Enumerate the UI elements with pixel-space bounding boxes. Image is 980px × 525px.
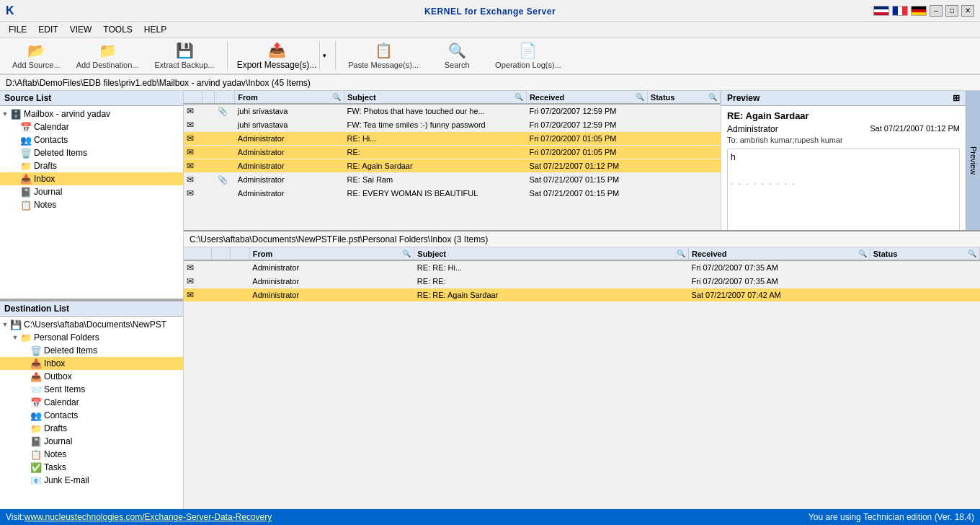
paste-messages-button[interactable]: 📋 Paste Message(s)... (342, 38, 425, 73)
app-title-kernel: KERNEL (424, 6, 462, 17)
tree-item-dest-journal[interactable]: 📓Journal (0, 435, 183, 448)
tree-item-dest-junk[interactable]: 📧Junk E-mail (0, 474, 183, 487)
dest-message-row[interactable]: ✉ Administrator RE: RE: Again Sardaar Sa… (184, 288, 980, 302)
expander-personal-folders[interactable]: ▼ (10, 334, 20, 341)
tree-item-dest-deleted[interactable]: 🗑️Deleted Items (0, 344, 183, 357)
msg-subject: RE: RE: Again Sardaar (414, 288, 689, 302)
tree-item-dest-outbox[interactable]: 📤Outbox (0, 370, 183, 383)
source-message-row[interactable]: ✉ Administrator RE: Again Sardaar Sat 07… (184, 159, 721, 173)
expander-mailbox-root[interactable]: ▼ (0, 110, 10, 118)
preview-expand-icon[interactable]: ⊞ (953, 93, 960, 103)
tree-item-personal-folders[interactable]: ▼📁Personal Folders (0, 331, 183, 344)
add-destination-button[interactable]: 📁 Add Destination... (70, 38, 146, 73)
tree-item-deleted-items[interactable]: 🗑️Deleted Items (0, 146, 183, 159)
source-message-row[interactable]: ✉ juhi srivastava FW: Tea time smiles :-… (184, 118, 721, 132)
msg-status (647, 187, 720, 200)
menu-file[interactable]: FILE (3, 23, 32, 36)
dest-message-row[interactable]: ✉ Administrator RE: RE: Fri 07/20/2007 0… (184, 275, 980, 288)
status-url[interactable]: www.nucleustechnologies.com/Exchange-Ser… (24, 512, 272, 522)
preview-header: Preview ⊞ (721, 91, 966, 106)
source-col-attach (215, 91, 235, 104)
source-tree[interactable]: ▼🗄️Mailbox - arvind yadav📅Calendar👥Conta… (0, 106, 183, 299)
menu-edit[interactable]: EDIT (32, 23, 63, 36)
source-message-row[interactable]: ✉ Administrator RE: Fri 07/20/2007 01:05… (184, 146, 721, 159)
export-arrow[interactable]: ▼ (319, 41, 329, 70)
tree-item-contacts[interactable]: 👥Contacts (0, 133, 183, 146)
source-col-subject: Subject 🔍 (344, 91, 527, 104)
tree-item-dest-root[interactable]: ▼💾C:\Users\aftaba\Documents\NewPST (0, 318, 183, 331)
tree-item-label-journal: Journal (34, 187, 62, 197)
menu-tools[interactable]: TOOLS (97, 23, 138, 36)
dest-col-flag (211, 247, 231, 260)
dest-subject-search-icon[interactable]: 🔍 (677, 250, 685, 257)
msg-icon-cell: ✉ (184, 187, 202, 200)
dest-col-subject: Subject 🔍 (414, 247, 689, 260)
menu-view[interactable]: VIEW (64, 23, 98, 36)
minimize-button[interactable]: – (930, 5, 943, 17)
msg-received: Fri 07/20/2007 07:35 AM (689, 260, 870, 275)
tree-item-dest-sent[interactable]: 📨Sent Items (0, 383, 183, 396)
flag-de[interactable] (911, 6, 927, 16)
dest-from-search-icon[interactable]: 🔍 (402, 250, 411, 257)
toolbar: 📂 Add Source... 📁 Add Destination... 💾 E… (0, 38, 980, 75)
flag-uk[interactable] (873, 6, 889, 16)
tree-item-label-dest-outbox: Outbox (44, 371, 72, 381)
source-from-search-icon[interactable]: 🔍 (332, 93, 341, 101)
source-message-row[interactable]: ✉ Administrator RE: EVERY WOMAN IS BEAUT… (184, 187, 721, 200)
expander-dest-root[interactable]: ▼ (0, 321, 10, 328)
tree-item-drafts[interactable]: 📁Drafts (0, 159, 183, 172)
tree-item-dest-notes[interactable]: 📋Notes (0, 448, 183, 461)
tree-item-inbox[interactable]: 📥Inbox (0, 172, 183, 185)
dest-table-header-row: From 🔍 Subject 🔍 Received 🔍 Status 🔍 (184, 247, 980, 260)
tree-item-dest-contacts[interactable]: 👥Contacts (0, 409, 183, 422)
dest-message-row[interactable]: ✉ Administrator RE: RE: Hi... Fri 07/20/… (184, 260, 980, 275)
tree-item-dest-calendar[interactable]: 📅Calendar (0, 396, 183, 409)
flag-fr[interactable] (892, 6, 908, 16)
tree-item-label-calendar: Calendar (34, 122, 69, 132)
source-received-search-icon[interactable]: 🔍 (636, 93, 644, 101)
add-source-button[interactable]: 📂 Add Source... (6, 38, 67, 73)
source-message-row[interactable]: ✉ 📎 Administrator RE: Sai Ram Sat 07/21/… (184, 173, 721, 187)
extract-backup-button[interactable]: 💾 Extract Backup... (148, 38, 221, 73)
source-status-search-icon[interactable]: 🔍 (708, 93, 717, 101)
msg-status (647, 146, 720, 159)
tree-item-calendar[interactable]: 📅Calendar (0, 120, 183, 133)
source-message-row[interactable]: ✉ 📎 juhi srivastava FW: Photos that have… (184, 104, 721, 118)
maximize-button[interactable]: □ (945, 5, 958, 17)
search-button[interactable]: 🔍 Search (428, 38, 486, 73)
destination-tree[interactable]: ▼💾C:\Users\aftaba\Documents\NewPST▼📁Pers… (0, 317, 183, 509)
menu-help[interactable]: HELP (138, 23, 172, 36)
msg-icon-cell: ✉ (184, 118, 202, 132)
dest-status-search-icon[interactable]: 🔍 (968, 250, 976, 257)
msg-status (870, 275, 979, 288)
envelope-icon: ✉ (187, 175, 194, 185)
preview-side-tab[interactable]: Preview (966, 91, 980, 230)
source-subject-search-icon[interactable]: 🔍 (514, 93, 523, 101)
export-messages-icon: 📤 (268, 41, 286, 58)
source-table-header-row: From 🔍 Subject 🔍 Received 🔍 Status 🔍 (184, 91, 721, 104)
tree-item-mailbox-root[interactable]: ▼🗄️Mailbox - arvind yadav (0, 107, 183, 120)
tree-item-icon-deleted-items: 🗑️ (20, 147, 32, 159)
tree-item-dest-drafts[interactable]: 📁Drafts (0, 422, 183, 435)
msg-flag-cell (202, 146, 215, 159)
source-message-list[interactable]: From 🔍 Subject 🔍 Received 🔍 Status 🔍 ✉ 📎… (184, 91, 721, 230)
preview-subject: RE: Again Sardaar (727, 110, 960, 121)
tree-item-notes[interactable]: 📋Notes (0, 198, 183, 211)
tree-item-label-mailbox-root: Mailbox - arvind yadav (24, 109, 110, 119)
export-messages-button[interactable]: 📤 Export Message(s)... ▼ (233, 38, 330, 74)
preview-to: To: ambrish kumar;rupesh kumar (727, 136, 960, 144)
source-col-from: From 🔍 (235, 91, 344, 104)
preview-from: Administrator Sat 07/21/2007 01:12 PM (727, 124, 960, 134)
msg-subject: RE: (344, 146, 527, 159)
source-message-row[interactable]: ✉ Administrator RE: Hi... Fri 07/20/2007… (184, 132, 721, 146)
close-button[interactable]: ✕ (961, 5, 974, 17)
tree-item-dest-tasks[interactable]: ✅Tasks (0, 461, 183, 474)
dest-received-search-icon[interactable]: 🔍 (858, 250, 867, 257)
destination-message-list[interactable]: From 🔍 Subject 🔍 Received 🔍 Status 🔍 ✉ A… (184, 247, 980, 509)
msg-subject: RE: RE: Hi... (414, 260, 689, 275)
dest-col-status: Status 🔍 (870, 247, 979, 260)
tree-item-journal[interactable]: 📓Journal (0, 185, 183, 198)
tree-item-dest-inbox[interactable]: 📥Inbox (0, 357, 183, 370)
tree-item-icon-calendar: 📅 (20, 121, 32, 133)
operation-logs-button[interactable]: 📄 Operation Log(s)... (489, 38, 568, 73)
